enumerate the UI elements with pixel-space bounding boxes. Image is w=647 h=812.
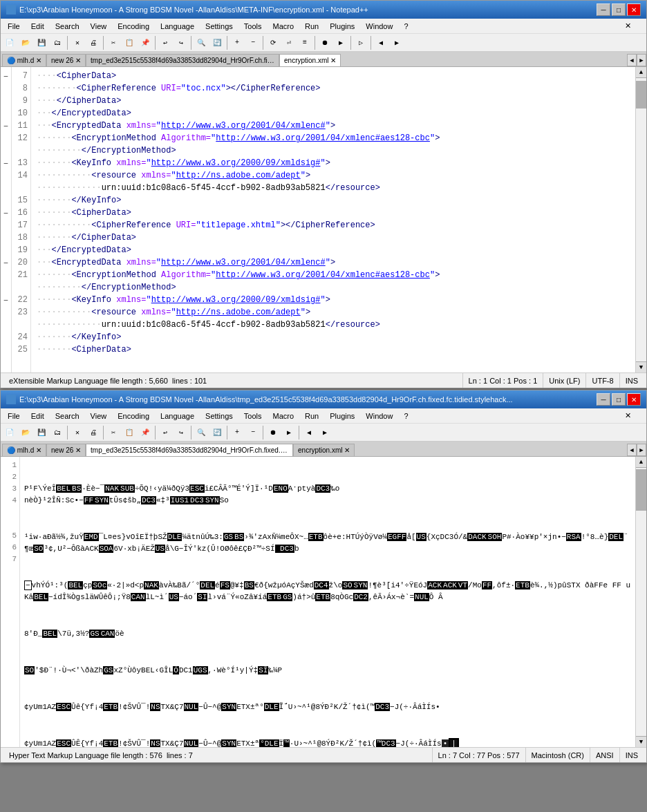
menu-settings-1[interactable]: Settings: [200, 21, 238, 32]
close-btn-2[interactable]: ✕: [70, 425, 85, 440]
menu-settings-2[interactable]: Settings: [200, 410, 238, 422]
menu-encoding-2[interactable]: Encoding: [112, 410, 155, 422]
maximize-button-2[interactable]: □: [612, 393, 626, 406]
fold-11[interactable]: −: [1, 120, 11, 132]
cut-btn-1[interactable]: ✂: [106, 35, 121, 50]
left-btn-2[interactable]: ◀: [301, 425, 317, 440]
close-x-1[interactable]: ✕: [625, 21, 645, 30]
tab-scroll-right-2[interactable]: ▶: [637, 444, 646, 456]
find-btn-1[interactable]: 🔍: [194, 35, 209, 50]
new-btn-2[interactable]: 📄: [2, 425, 17, 440]
menu-search-1[interactable]: Search: [50, 21, 85, 32]
minimize-button-2[interactable]: ─: [597, 393, 610, 406]
paste-btn-2[interactable]: 📌: [138, 425, 153, 440]
menu-help-1[interactable]: ?: [398, 21, 413, 32]
close-x-2[interactable]: ✕: [625, 411, 645, 420]
open-btn-1[interactable]: 📂: [18, 35, 33, 50]
redo-btn-2[interactable]: ↪: [174, 425, 189, 440]
menu-language-1[interactable]: Language: [155, 21, 200, 32]
menu-edit-1[interactable]: Edit: [26, 21, 50, 32]
right-btn-2[interactable]: ▶: [317, 425, 332, 440]
macro-play-btn-2[interactable]: ▶: [281, 425, 297, 440]
fold-22[interactable]: −: [1, 294, 11, 306]
window-controls-1[interactable]: ─ □ ✕: [597, 3, 641, 16]
minimize-button-1[interactable]: ─: [597, 3, 610, 16]
tab-mlh-2[interactable]: 🔵 mlh.d ✕: [2, 444, 46, 456]
vscroll-2[interactable]: ▲ ▼: [635, 457, 646, 747]
undo-btn-2[interactable]: ↩: [158, 425, 173, 440]
map-btn-1[interactable]: ≡: [297, 35, 312, 50]
fold-13[interactable]: −: [1, 157, 11, 169]
tab-scroll-left-2[interactable]: ◀: [627, 444, 637, 456]
save-btn-2[interactable]: 💾: [34, 425, 49, 440]
maximize-button-1[interactable]: □: [612, 3, 626, 16]
menu-edit-2[interactable]: Edit: [26, 410, 50, 422]
close-btn-1[interactable]: ✕: [70, 35, 85, 50]
fold-7[interactable]: −: [1, 70, 11, 82]
tab-new26-1[interactable]: new 26 ✕: [46, 54, 86, 66]
vscroll-thumb-2[interactable]: [636, 469, 646, 511]
copy-btn-1[interactable]: 📋: [122, 35, 137, 50]
menu-run-1[interactable]: Run: [299, 21, 324, 32]
macro-play-btn-1[interactable]: ▶: [333, 35, 348, 50]
macro-rec-btn-2[interactable]: ⏺: [265, 425, 281, 440]
menu-tools-1[interactable]: Tools: [238, 21, 268, 32]
undo-btn-1[interactable]: ↩: [158, 35, 173, 50]
menu-view-1[interactable]: View: [85, 21, 113, 32]
vscroll-thumb-1[interactable]: [636, 81, 646, 108]
menu-window-1[interactable]: Window: [360, 21, 398, 32]
menu-help-2[interactable]: ?: [398, 410, 413, 422]
vscroll-up-1[interactable]: ▲: [636, 67, 646, 78]
replace-btn-2[interactable]: 🔄: [209, 425, 225, 440]
zoom-out-btn-1[interactable]: −: [245, 35, 261, 50]
vscroll-down-2[interactable]: ▼: [636, 736, 646, 747]
left-btn-1[interactable]: ◀: [373, 35, 388, 50]
close-button-1[interactable]: ✕: [627, 3, 641, 16]
tab-scroll-left-1[interactable]: ◀: [627, 54, 637, 66]
tab-tmp-1[interactable]: tmp_ed3e2515c5538f4d69a33853dd82904d_Hr9…: [86, 54, 279, 66]
menu-macro-2[interactable]: Macro: [267, 410, 299, 422]
menu-file-1[interactable]: File: [2, 21, 26, 32]
menu-plugins-1[interactable]: Plugins: [324, 21, 360, 32]
code-area-1[interactable]: ····<CipherData> ········<CipherReferenc…: [31, 67, 635, 372]
tab-encxml-2[interactable]: encryption.xml ✕: [293, 444, 355, 456]
tab-new26-2[interactable]: new 26 ✕: [46, 444, 86, 456]
save-btn-1[interactable]: 💾: [34, 35, 49, 50]
menu-run-2[interactable]: Run: [299, 410, 324, 422]
open-btn-2[interactable]: 📂: [18, 425, 33, 440]
menu-encoding-1[interactable]: Encoding: [112, 21, 155, 32]
menu-view-2[interactable]: View: [85, 410, 113, 422]
fold-20[interactable]: −: [1, 256, 11, 269]
menu-window-2[interactable]: Window: [360, 410, 398, 422]
vscroll-down-1[interactable]: ▼: [636, 361, 646, 372]
tab-mlh-1[interactable]: 🔵 mlh.d ✕: [2, 54, 46, 66]
menu-language-2[interactable]: Language: [155, 410, 200, 422]
close-button-2[interactable]: ✕: [627, 393, 641, 406]
replace-btn-1[interactable]: 🔄: [209, 35, 225, 50]
menu-tools-2[interactable]: Tools: [238, 410, 268, 422]
wrap-btn-1[interactable]: ⏎: [281, 35, 297, 50]
save-all-btn-1[interactable]: 🗂: [50, 35, 65, 50]
right-btn-1[interactable]: ▶: [389, 35, 404, 50]
macro-rec-btn-1[interactable]: ⏺: [317, 35, 332, 50]
tab-encxml-1[interactable]: encryption.xml ✕: [279, 54, 341, 67]
menu-plugins-2[interactable]: Plugins: [324, 410, 360, 422]
editor-2[interactable]: 1 2 3 4 5 6 7 P¹F\ÝeÎBELBS·Èè−¯NAKSUB÷ÕQ…: [1, 457, 646, 747]
tab-scroll-right-1[interactable]: ▶: [637, 54, 646, 66]
run-btn-1[interactable]: ▷: [353, 35, 368, 50]
zoom-in-btn-1[interactable]: +: [229, 35, 245, 50]
code-area-2[interactable]: P¹F\ÝeÎBELBS·Èè−¯NAKSUB÷ÕQ!‹yä¼ðQÿ3ESCi£…: [20, 457, 635, 747]
print-btn-2[interactable]: 🖨: [86, 425, 101, 440]
cut-btn-2[interactable]: ✂: [106, 425, 121, 440]
redo-btn-1[interactable]: ↪: [174, 35, 189, 50]
print-btn-1[interactable]: 🖨: [86, 35, 101, 50]
zoom-in-btn-2[interactable]: +: [229, 425, 245, 440]
paste-btn-1[interactable]: 📌: [138, 35, 153, 50]
menu-search-2[interactable]: Search: [50, 410, 85, 422]
save-all-btn-2[interactable]: 🗂: [50, 425, 65, 440]
vscroll-up-2[interactable]: ▲: [636, 457, 646, 468]
vscroll-1[interactable]: ▲ ▼: [635, 67, 646, 372]
find-btn-2[interactable]: 🔍: [194, 425, 209, 440]
tab-tmp-2[interactable]: tmp_ed3e2515c5538f4d69a33853dd82904d_Hr9…: [86, 444, 293, 457]
sync-btn-1[interactable]: ⟳: [265, 35, 281, 50]
